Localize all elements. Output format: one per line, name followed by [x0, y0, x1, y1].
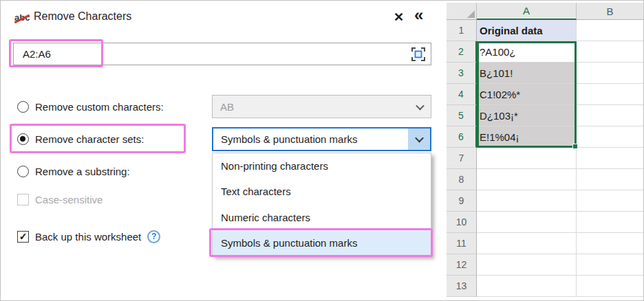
grid-row: 9	[447, 190, 644, 212]
dropdown-item[interactable]: Non-printing characters	[213, 153, 431, 179]
dropdown-value: AB	[213, 96, 409, 118]
cell-B12[interactable]	[577, 254, 644, 276]
collapse-pane-icon[interactable]: «	[414, 5, 423, 25]
checkbox-checked-icon[interactable]: ✓	[17, 231, 29, 243]
cell-A8[interactable]	[477, 169, 577, 190]
cell-B4[interactable]	[577, 84, 644, 105]
check-glyph: ✓	[19, 231, 28, 242]
row-header-3[interactable]: 3	[447, 63, 477, 84]
radio-remove-a-substring[interactable]: Remove a substring:	[17, 159, 130, 183]
grid-row: 2?A100¿	[447, 41, 644, 63]
grid-rows: 1Original data2?A100¿3B¿101!4C1!02%*5D¿1…	[447, 20, 644, 297]
grid-row: 6E!1%04¡	[447, 126, 644, 148]
character-sets-dropdown[interactable]: Symbols & punctuation marks	[212, 127, 431, 151]
backup-worksheet-checkbox[interactable]: ✓ Back up this worksheet ?	[17, 225, 160, 247]
grid-row: 7	[447, 148, 644, 169]
grid-row: 8	[447, 169, 644, 190]
cell-A7[interactable]	[477, 148, 577, 169]
row-header-11[interactable]: 11	[447, 233, 477, 254]
select-all-corner[interactable]	[447, 3, 477, 20]
cell-B7[interactable]	[577, 148, 644, 169]
grid-row: 4C1!02%*	[447, 84, 644, 105]
select-range-icon[interactable]	[411, 47, 426, 62]
radio-remove-character-sets[interactable]: Remove character sets:	[17, 127, 144, 150]
row-header-6[interactable]: 6	[447, 126, 477, 148]
row-header-8[interactable]: 8	[447, 169, 477, 190]
row-header-12[interactable]: 12	[447, 254, 477, 276]
screenshot: abc Remove Characters ✕ « A2:A6 Remove c…	[0, 0, 644, 301]
cell-B2[interactable]	[577, 41, 644, 63]
help-icon[interactable]: ?	[147, 230, 160, 243]
grid-row: 5D¿103¡*	[447, 105, 644, 126]
checkbox-unchecked-icon	[17, 194, 29, 205]
column-header-a[interactable]: A	[477, 3, 577, 20]
dropdown-item[interactable]: Numeric characters	[213, 205, 431, 230]
cell-A5[interactable]: D¿103¡*	[477, 105, 577, 126]
case-sensitive-checkbox: Case-sensitive	[17, 188, 103, 210]
custom-characters-dropdown: AB	[212, 95, 431, 118]
row-header-4[interactable]: 4	[447, 84, 477, 105]
dropdown-item[interactable]: Symbols & punctuation marks	[213, 230, 431, 256]
chevron-down-icon[interactable]	[408, 129, 430, 150]
row-header-5[interactable]: 5	[447, 105, 477, 126]
grid-row: 3B¿101!	[447, 63, 644, 84]
character-sets-listbox: Non-printing charactersText charactersNu…	[212, 153, 431, 256]
row-header-10[interactable]: 10	[447, 212, 477, 233]
column-header-b[interactable]: B	[577, 3, 644, 20]
radio-remove-custom-characters[interactable]: Remove custom characters:	[17, 95, 164, 118]
cell-A6[interactable]: E!1%04¡	[477, 126, 577, 148]
cell-B10[interactable]	[577, 212, 644, 233]
cell-A10[interactable]	[477, 212, 577, 233]
radio-unselected-icon[interactable]	[17, 166, 29, 177]
checkbox-label: Back up this worksheet	[35, 231, 141, 243]
row-header-1[interactable]: 1	[447, 20, 477, 41]
cell-A13[interactable]	[477, 276, 577, 297]
radio-label: Remove a substring:	[35, 166, 130, 177]
cell-B11[interactable]	[577, 233, 644, 254]
cell-A3[interactable]: B¿101!	[477, 63, 577, 84]
grid-row: 12	[447, 254, 644, 276]
close-icon[interactable]: ✕	[394, 10, 404, 25]
grid-row: 11	[447, 233, 644, 254]
dropdown-value: Symbols & punctuation marks	[213, 129, 408, 150]
fill-handle[interactable]	[572, 144, 578, 149]
cell-A2[interactable]: ?A100¿	[477, 41, 577, 63]
row-header-7[interactable]: 7	[447, 148, 477, 169]
grid-row: 13	[447, 276, 644, 297]
cell-B1[interactable]	[577, 20, 644, 41]
cell-B9[interactable]	[577, 190, 644, 212]
row-header-13[interactable]: 13	[447, 276, 477, 297]
cell-A9[interactable]	[477, 190, 577, 212]
cell-B3[interactable]	[577, 63, 644, 84]
cell-A1[interactable]: Original data	[477, 20, 577, 41]
column-headers: A B	[447, 3, 644, 20]
help-glyph: ?	[151, 232, 156, 241]
radio-unselected-icon[interactable]	[17, 101, 29, 113]
radio-selected-icon[interactable]	[17, 133, 29, 145]
cell-A12[interactable]	[477, 254, 577, 276]
chevron-down-icon	[409, 96, 431, 118]
row-header-9[interactable]: 9	[447, 190, 477, 212]
spreadsheet: A B 1Original data2?A100¿3B¿101!4C1!02%*…	[447, 1, 644, 301]
radio-label: Remove custom characters:	[35, 101, 164, 113]
radio-label: Remove character sets:	[35, 133, 144, 145]
range-input[interactable]: A2:A6	[13, 43, 431, 65]
grid-row: 1Original data	[447, 20, 644, 41]
cell-B13[interactable]	[577, 276, 644, 297]
checkbox-label: Case-sensitive	[35, 194, 103, 205]
dropdown-item[interactable]: Text characters	[213, 179, 431, 204]
remove-characters-icon: abc	[14, 12, 32, 25]
select-all-triangle-icon	[467, 10, 475, 18]
cell-A4[interactable]: C1!02%*	[477, 84, 577, 105]
cell-B8[interactable]	[577, 169, 644, 190]
pane-title: Remove Characters	[34, 10, 131, 23]
range-value[interactable]: A2:A6	[23, 43, 51, 65]
cell-B5[interactable]	[577, 105, 644, 126]
cell-B6[interactable]	[577, 126, 644, 148]
remove-characters-pane: abc Remove Characters ✕ « A2:A6 Remove c…	[1, 1, 447, 300]
grid-row: 10	[447, 212, 644, 233]
row-header-2[interactable]: 2	[447, 41, 477, 63]
cell-A11[interactable]	[477, 233, 577, 254]
